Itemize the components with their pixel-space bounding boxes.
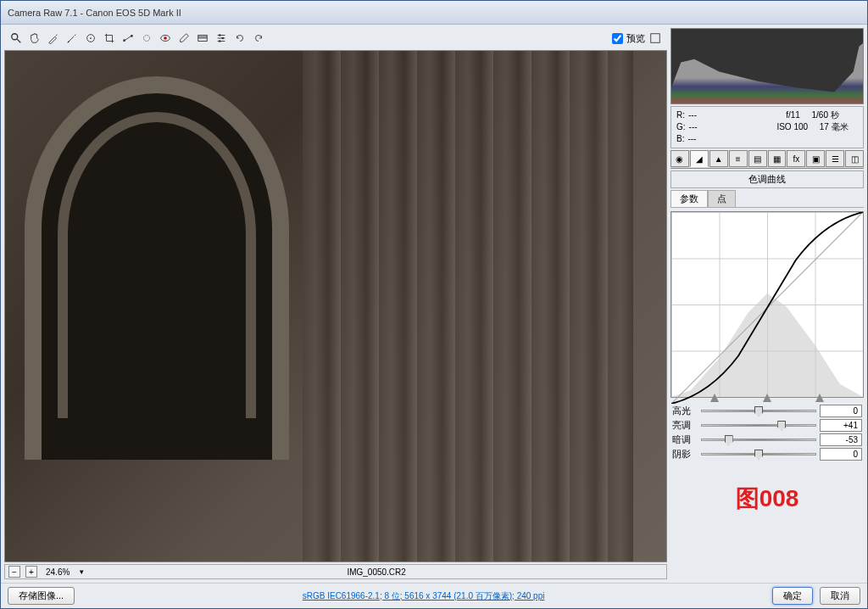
panel-title: 色调曲线 (670, 170, 864, 188)
adjustment-panel-tabs: ◉ ◢ ▲ ≡ ▤ ▦ fx ▣ ☰ ◫ (670, 150, 864, 169)
highlights-slider[interactable] (701, 405, 816, 417)
lights-label: 亮调 (672, 419, 698, 432)
adjustment-brush-tool-icon[interactable] (175, 30, 192, 47)
shadows-slider[interactable] (701, 449, 816, 461)
color-sampler-tool-icon[interactable] (64, 30, 81, 47)
darks-slider[interactable] (701, 434, 816, 446)
titlebar: Camera Raw 7.1 - Canon EOS 5D Mark II (1, 1, 867, 25)
cancel-button[interactable]: 取消 (820, 587, 860, 605)
preview-checkbox[interactable]: 预览 (612, 32, 645, 45)
svg-point-6 (123, 39, 125, 42)
svg-line-1 (17, 39, 20, 42)
main-toolbar: 预览 (4, 28, 667, 48)
zoom-in-button[interactable]: + (25, 566, 37, 578)
targeted-adjust-tool-icon[interactable] (82, 30, 99, 47)
graduated-filter-tool-icon[interactable] (194, 30, 211, 47)
hsl-tab-icon[interactable]: ≡ (729, 150, 748, 167)
shadows-input[interactable] (820, 448, 862, 461)
image-preview[interactable] (4, 50, 667, 562)
detail-tab-icon[interactable]: ▲ (709, 150, 728, 167)
basic-tab-icon[interactable]: ◉ (670, 150, 689, 167)
zoom-tool-icon[interactable] (8, 30, 25, 47)
save-image-button[interactable]: 存储图像... (8, 587, 75, 605)
svg-point-4 (90, 37, 92, 39)
svg-point-19 (219, 40, 221, 42)
tone-curve-tab-icon[interactable]: ◢ (690, 150, 709, 167)
svg-point-10 (164, 36, 167, 40)
window-title: Camera Raw 7.1 - Canon EOS 5D Mark II (8, 8, 181, 18)
lights-slider[interactable] (701, 420, 816, 432)
rotate-cw-icon[interactable] (250, 30, 267, 47)
fx-tab-icon[interactable]: fx (787, 150, 805, 167)
curve-region-handle[interactable] (710, 394, 719, 402)
highlights-input[interactable] (820, 405, 862, 417)
svg-point-7 (131, 35, 133, 37)
presets-tab-icon[interactable]: ☰ (826, 150, 844, 167)
svg-point-2 (68, 42, 70, 43)
prefs-tool-icon[interactable] (213, 30, 230, 47)
curve-region-handle[interactable] (763, 394, 771, 402)
image-status-bar: − + 24.6% ▼ IMG_0050.CR2 (4, 564, 667, 579)
zoom-level[interactable]: 24.6% (42, 567, 73, 577)
svg-point-18 (221, 37, 224, 40)
svg-rect-20 (651, 34, 660, 43)
snapshots-tab-icon[interactable]: ◫ (845, 150, 864, 167)
spot-removal-tool-icon[interactable] (138, 30, 155, 47)
white-balance-tool-icon[interactable] (45, 30, 62, 47)
split-tone-tab-icon[interactable]: ▤ (748, 150, 767, 167)
svg-point-0 (12, 34, 18, 40)
zoom-out-button[interactable]: − (8, 566, 20, 578)
histogram[interactable] (670, 28, 864, 104)
straighten-tool-icon[interactable] (120, 30, 136, 47)
svg-point-8 (144, 36, 150, 42)
shadows-label: 阴影 (672, 448, 698, 461)
lens-tab-icon[interactable]: ▦ (768, 150, 787, 167)
crop-tool-icon[interactable] (101, 30, 118, 47)
rotate-ccw-icon[interactable] (231, 30, 248, 47)
exif-info: R:--- G:--- B:--- f/11 1/60 秒 ISO 100 17… (670, 106, 864, 148)
highlights-label: 高光 (672, 405, 698, 417)
filename-label: IMG_0050.CR2 (347, 567, 405, 577)
watermark-text: 图008 (670, 466, 864, 532)
camera-tab-icon[interactable]: ▣ (806, 150, 825, 167)
fullscreen-icon[interactable] (647, 30, 664, 47)
svg-point-17 (219, 34, 221, 36)
workflow-options-link[interactable]: sRGB IEC61966-2.1; 8 位; 5616 x 3744 (21.… (303, 590, 545, 602)
darks-label: 暗调 (672, 433, 698, 446)
hand-tool-icon[interactable] (26, 30, 43, 47)
redeye-tool-icon[interactable] (157, 30, 174, 47)
tone-curve-graph[interactable] (670, 211, 864, 398)
lights-input[interactable] (820, 419, 862, 432)
point-tab[interactable]: 点 (708, 190, 736, 207)
curve-region-handle[interactable] (815, 394, 824, 402)
darks-input[interactable] (820, 433, 862, 446)
ok-button[interactable]: 确定 (772, 587, 813, 605)
parametric-tab[interactable]: 参数 (670, 190, 708, 207)
